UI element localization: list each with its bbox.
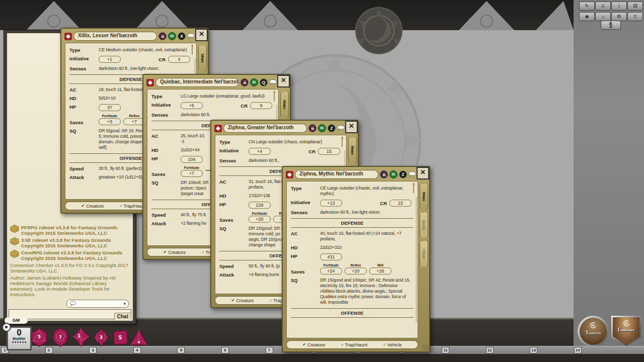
npc-name-field[interactable]: Quinbac, Intermediate Nel'barzoth [155, 78, 239, 87]
fortitude-save[interactable]: +24 [320, 267, 342, 275]
svg-text:7: 7 [59, 335, 62, 340]
sidebar-item-tokens[interactable]: Tokens [578, 316, 609, 347]
tab-spells[interactable]: Spells [420, 212, 428, 239]
chat-tab-label[interactable]: Chat [114, 313, 131, 320]
close-icon[interactable]: ✕ [417, 167, 429, 179]
creature-radio[interactable]: ✔Creature [302, 342, 325, 347]
trap-haunt-radio[interactable]: ○Trap/Haunt [341, 342, 368, 347]
lock-icon[interactable] [380, 170, 388, 178]
type-value[interactable]: CN Large outsider (chaos, extraplanar) [249, 139, 342, 145]
chat-bubble-icon[interactable] [269, 78, 277, 87]
creature-radio[interactable]: ✔Creature [81, 204, 104, 209]
chat-bubble-icon[interactable] [187, 32, 195, 41]
cr-value[interactable]: 15 [318, 148, 340, 155]
close-icon[interactable]: ✕ [195, 29, 208, 41]
type-value[interactable]: CE Medium outsider (chaotic, evil, extra… [99, 47, 192, 53]
sq-value[interactable]: DR 15/good and 10/epic; SR 42; Resist ac… [320, 278, 414, 305]
d20-die[interactable]: 5 [32, 328, 47, 346]
hp-value[interactable]: 104 [181, 156, 203, 163]
d8-die[interactable]: 3 [94, 329, 109, 346]
scroll-decor-icon [411, 183, 416, 195]
cr-value[interactable]: 9 [250, 102, 272, 109]
d12-die[interactable]: 7 [53, 328, 68, 346]
type-value[interactable]: LG Large outsider (extraplanar, good, la… [181, 94, 274, 99]
lock-icon[interactable] [240, 78, 249, 86]
reflex-save[interactable]: +20 [345, 267, 367, 275]
lock-icon[interactable] [308, 124, 316, 132]
dice-tray: 5 7 1 3 5 4 [28, 328, 149, 347]
combat-tools-button[interactable]: ⚔ [595, 2, 611, 11]
type-value[interactable]: CE Large outsider (chaotic, evil, extrap… [320, 186, 414, 197]
chat-text: CoreRPG ruleset v3.3.8 for Fantasy Groun… [21, 250, 122, 261]
lock-icon[interactable] [158, 32, 167, 40]
chat-messages: PFRPG ruleset v3.3.8 for Fantasy Grounds… [9, 223, 131, 299]
creature-radio[interactable]: ✔Creature [231, 298, 254, 303]
chat-bubble-icon[interactable] [409, 170, 416, 179]
id-badge[interactable]: ID [389, 170, 397, 178]
d6-die[interactable]: 5 [113, 330, 128, 345]
senses-value[interactable]: darkvision 60 ft. [181, 112, 274, 118]
d10-die[interactable]: 1 [73, 328, 89, 346]
scrollbar[interactable] [416, 197, 417, 323]
module-info-button[interactable]: i [611, 2, 627, 11]
sidebar-item-library[interactable]: Library [611, 316, 641, 346]
senses-value[interactable]: darkvision 60 ft., low-light vision; [320, 210, 414, 215]
mask-button[interactable]: ☻ [579, 12, 595, 21]
senses-value[interactable]: darkvision 60 ft., [249, 158, 342, 163]
npc-name-field[interactable]: Ziphna, Mythic Nel'barzoth [295, 170, 378, 179]
stat-row-initiative: Initiative +4 CR 15 [219, 148, 342, 155]
modifier-badge-icon[interactable] [2, 323, 11, 332]
stat-row-initiative: Initiative +5 CR 9 [151, 102, 274, 109]
options-gear-button[interactable]: ⚙ [611, 12, 627, 21]
cr-value[interactable]: 22 [389, 200, 412, 207]
close-icon[interactable]: ✕ [277, 75, 290, 87]
npc-name-field[interactable]: Ziphna, Greater Nel'barzoth [223, 124, 307, 133]
vehicle-radio[interactable]: ○Vehicle [383, 342, 402, 347]
initiative-value[interactable]: +4 [249, 148, 271, 155]
token-letter-badge[interactable]: Z [399, 170, 407, 178]
tab-other[interactable]: Other [420, 240, 428, 267]
chat-bubble-icon[interactable] [337, 124, 345, 133]
token-letter-badge[interactable]: Z [328, 124, 336, 132]
resize-grip[interactable] [423, 345, 428, 350]
chat-input[interactable] [9, 309, 131, 319]
cr-value[interactable]: 4 [168, 56, 190, 63]
d4-die[interactable]: 4 [130, 329, 147, 345]
pointer-mode-button[interactable] [601, 21, 621, 30]
npc-name-field[interactable]: Xillix, Lesser Nel'barzoth [73, 32, 157, 41]
chat-mode-dropdown[interactable]: ▾ [66, 300, 129, 308]
tab-main[interactable]: Main [420, 183, 428, 210]
hp-value[interactable]: 37 [99, 104, 121, 111]
stat-row-ac: AC 40, touch 16, flat-footed 40 (+24 nat… [291, 231, 414, 242]
fortitude-save[interactable]: +20 [249, 216, 271, 223]
ac-value[interactable]: 40, touch 16, flat-footed 40 (+24 natura… [320, 231, 414, 242]
window-titlebar: Xillix, Lesser Nel'barzoth ID X [64, 31, 195, 42]
close-icon[interactable]: ✕ [345, 121, 358, 133]
speech-bubble-icon [69, 301, 76, 306]
edit-pointer-button[interactable]: ✎ [579, 2, 595, 11]
token-letter-badge[interactable]: X [178, 32, 186, 40]
top-toolbar: ✎⚔i⚄☻☼⚙± [579, 2, 642, 21]
initiative-value[interactable]: +1 [99, 56, 121, 63]
plus-minus-button[interactable]: ± [627, 12, 643, 21]
tab-main[interactable]: Main [198, 45, 207, 72]
will-save[interactable]: +26 [369, 267, 391, 275]
id-badge[interactable]: ID [168, 32, 176, 40]
senses-value[interactable]: darkvision 60 ft., low-light vision; [99, 66, 192, 71]
tab-main[interactable]: Main [348, 137, 357, 164]
npc-sheet-window[interactable]: ✕ Ziphna, Mythic Nel'barzoth ID Z Main S… [282, 166, 430, 352]
fortitude-save[interactable]: +3 [99, 118, 121, 125]
initiative-value[interactable]: +13 [320, 200, 342, 207]
fortitude-save[interactable]: +7 [181, 170, 203, 177]
creature-radio[interactable]: ✔Creature [163, 250, 186, 255]
notes-stack-button[interactable]: ⚄ [627, 2, 643, 11]
tab-main[interactable]: Main [280, 91, 289, 118]
initiative-value[interactable]: +5 [181, 102, 203, 109]
hp-value[interactable]: 229 [249, 202, 271, 209]
id-badge[interactable]: ID [318, 124, 326, 132]
hd-value[interactable]: 22d10+310 [320, 245, 414, 250]
token-letter-badge[interactable]: Q [260, 78, 268, 86]
day-night-button[interactable]: ☼ [595, 12, 611, 21]
id-badge[interactable]: ID [250, 78, 258, 86]
hp-value[interactable]: 431 [320, 253, 342, 260]
